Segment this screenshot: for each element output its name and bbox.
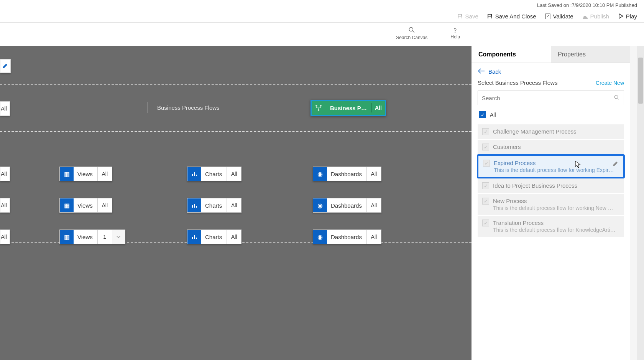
chart-icon xyxy=(187,167,201,181)
chart-icon xyxy=(187,198,201,212)
back-button[interactable]: Back xyxy=(478,68,624,75)
dashed-separator xyxy=(0,84,472,85)
tab-components[interactable]: Components xyxy=(472,46,551,63)
checkbox-icon[interactable]: ✓ xyxy=(479,111,486,118)
tile-badge: 1 xyxy=(97,230,112,244)
process-name: Customers xyxy=(493,144,521,150)
dashboards-tile[interactable]: ◉ Dashboards All xyxy=(313,167,381,181)
process-name: Idea to Project Business Process xyxy=(493,182,577,189)
svg-line-16 xyxy=(618,98,619,100)
search-canvas-button[interactable]: Search Canvas xyxy=(396,26,427,40)
dashed-separator xyxy=(0,131,472,132)
checkbox-icon[interactable]: ✓ xyxy=(482,128,489,135)
validate-button[interactable]: Validate xyxy=(545,13,573,20)
grid-icon: ▦ xyxy=(60,167,74,181)
search-box[interactable] xyxy=(478,91,624,105)
validate-icon xyxy=(545,13,551,19)
tile-badge: All xyxy=(227,230,241,244)
checkbox-icon[interactable]: ✓ xyxy=(482,198,489,205)
views-tile[interactable]: ▦ Views All xyxy=(59,198,112,213)
edge-pill-all[interactable]: All xyxy=(0,101,10,116)
search-icon xyxy=(408,26,415,35)
play-label: Play xyxy=(626,13,637,20)
edge-pill-all[interactable]: All xyxy=(0,167,10,181)
views-tile[interactable]: ▦ Views All xyxy=(59,167,112,181)
chevron-down-icon[interactable] xyxy=(112,230,125,244)
tile-label: Dashboards xyxy=(327,202,366,209)
pencil-icon[interactable] xyxy=(613,160,619,168)
play-button[interactable]: Play xyxy=(618,13,637,20)
canvas-toolbar: Search Canvas ? Help xyxy=(0,23,644,44)
process-item[interactable]: ✓Challenge Management Process xyxy=(478,124,624,139)
checkbox-icon[interactable]: ✓ xyxy=(483,160,490,167)
arrow-left-icon xyxy=(478,68,485,75)
charts-tile[interactable]: Charts All xyxy=(187,230,242,244)
bpf-tile-selected[interactable]: Business Proces… All xyxy=(310,100,386,116)
tile-badge: All xyxy=(366,198,381,212)
tile-label: Charts xyxy=(201,234,227,240)
tile-badge: All xyxy=(366,167,381,181)
edge-pill-all[interactable]: All xyxy=(0,230,10,244)
grid-icon: ▦ xyxy=(60,198,74,212)
save-button[interactable]: Save xyxy=(457,13,478,20)
help-button[interactable]: ? Help xyxy=(450,27,460,40)
process-desc: This is the default process flow for wor… xyxy=(494,167,616,173)
process-name: Translation Process xyxy=(493,220,616,226)
svg-point-5 xyxy=(318,109,320,111)
save-label: Save xyxy=(465,13,478,20)
process-list: ✓Challenge Management Process✓Customers✓… xyxy=(478,124,624,237)
svg-rect-10 xyxy=(194,204,195,208)
tab-properties[interactable]: Properties xyxy=(551,46,630,63)
create-new-link[interactable]: Create New xyxy=(596,80,624,86)
back-label: Back xyxy=(488,68,501,75)
right-panel: Components Properties Back Select Busine… xyxy=(472,46,630,360)
dashboards-tile[interactable]: ◉ Dashboards All xyxy=(313,198,381,213)
checkbox-icon[interactable]: ✓ xyxy=(482,220,489,226)
process-item[interactable]: ✓Customers xyxy=(478,140,624,154)
charts-tile[interactable]: Charts All xyxy=(187,198,242,213)
tile-badge: All xyxy=(227,198,241,212)
svg-point-15 xyxy=(614,95,618,99)
search-input[interactable] xyxy=(482,95,614,101)
save-and-close-button[interactable]: Save And Close xyxy=(487,13,536,20)
help-label: Help xyxy=(450,34,460,40)
pencil-icon xyxy=(2,63,8,70)
bpf-tile-badge: All xyxy=(372,101,385,115)
checkbox-icon[interactable]: ✓ xyxy=(482,144,489,150)
tile-label: Charts xyxy=(201,171,227,177)
play-icon xyxy=(618,13,624,19)
publish-button[interactable]: Publish xyxy=(582,13,609,20)
tile-badge: All xyxy=(227,167,241,181)
edit-card[interactable] xyxy=(0,59,11,73)
process-item[interactable]: ✓Translation ProcessThis is the default … xyxy=(478,216,624,237)
svg-point-4 xyxy=(320,105,322,107)
bpf-tile-label: Business Proces… xyxy=(325,105,371,111)
checkbox-icon[interactable]: ✓ xyxy=(482,182,489,189)
edge-pill-all[interactable]: All xyxy=(0,198,10,213)
scrollbar-thumb[interactable] xyxy=(638,58,643,104)
help-icon: ? xyxy=(454,27,457,34)
process-desc: This is the default process flow for wor… xyxy=(493,205,616,211)
tile-label: Views xyxy=(74,171,97,177)
edge-pill-label: All xyxy=(1,202,7,208)
process-item[interactable]: ✓Idea to Project Business Process xyxy=(478,178,624,193)
edge-pill-label: All xyxy=(1,171,7,177)
svg-rect-0 xyxy=(545,14,550,19)
svg-rect-7 xyxy=(194,172,195,176)
dashboards-tile[interactable]: ◉ Dashboards All xyxy=(313,230,381,244)
publish-label: Publish xyxy=(590,13,609,20)
svg-rect-9 xyxy=(192,205,193,208)
tile-label: Views xyxy=(74,234,97,240)
process-item[interactable]: ✓New ProcessThis is the default process … xyxy=(478,194,624,215)
svg-rect-11 xyxy=(196,206,197,208)
tile-label: Charts xyxy=(201,202,227,209)
all-checkbox-row[interactable]: ✓ All xyxy=(478,110,624,120)
views-tile[interactable]: ▦ Views 1 xyxy=(59,230,125,244)
save-icon xyxy=(457,13,463,19)
canvas[interactable]: Business Process Flows All All All All B… xyxy=(0,46,472,360)
process-item[interactable]: ✓Expired ProcessThis is the default proc… xyxy=(477,154,625,178)
save-close-label: Save And Close xyxy=(495,13,536,20)
tile-badge: All xyxy=(97,198,112,212)
scrollbar-track[interactable] xyxy=(637,46,644,360)
charts-tile[interactable]: Charts All xyxy=(187,167,242,181)
